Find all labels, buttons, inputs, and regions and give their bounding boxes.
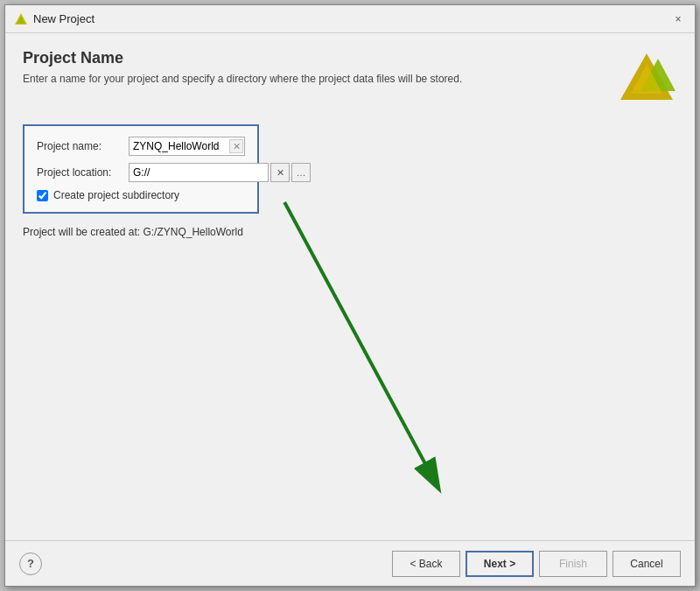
dialog-title: New Project (33, 12, 94, 25)
cancel-button[interactable]: Cancel (612, 551, 681, 577)
help-button[interactable]: ? (19, 552, 42, 575)
header-area: Project Name Enter a name for your proje… (23, 49, 677, 110)
project-name-clear-button[interactable]: ✕ (229, 139, 243, 153)
svg-line-6 (284, 202, 433, 478)
titlebar: New Project × (5, 5, 695, 33)
logo-area (616, 49, 677, 110)
create-subdirectory-checkbox[interactable] (37, 190, 48, 201)
page-title: Project Name (23, 49, 616, 67)
project-path-info: Project will be created at: G:/ZYNQ_Hell… (23, 226, 677, 238)
page-description: Enter a name for your project and specif… (23, 73, 616, 85)
location-clear-button[interactable]: ✕ (270, 163, 290, 182)
project-name-row: Project name: ✕ (37, 137, 245, 156)
project-location-row: Project location: ✕ … (37, 163, 245, 182)
footer-left: ? (19, 552, 42, 575)
main-content: Project Name Enter a name for your proje… (5, 33, 695, 540)
project-location-label: Project location: (37, 166, 129, 179)
footer-right: < Back Next > Finish Cancel (392, 551, 681, 577)
footer: ? < Back Next > Finish Cancel (5, 540, 695, 586)
form-box: Project name: ✕ Project location: ✕ … Cr… (23, 124, 259, 214)
dialog-window: New Project × Project Name Enter a name … (4, 4, 696, 587)
back-button[interactable]: < Back (392, 551, 460, 577)
project-name-input[interactable] (129, 137, 245, 156)
header-text: Project Name Enter a name for your proje… (23, 49, 616, 85)
create-subdirectory-label[interactable]: Create project subdirectory (53, 189, 179, 201)
project-location-input[interactable] (129, 163, 269, 182)
project-name-label: Project name: (37, 140, 129, 152)
project-location-input-wrapper: ✕ … (129, 163, 311, 182)
titlebar-app-icon (14, 12, 28, 26)
checkbox-row: Create project subdirectory (37, 189, 245, 201)
close-button[interactable]: × (670, 11, 686, 27)
project-path-value: G:/ZYNQ_HelloWorld (143, 226, 242, 238)
project-name-input-wrapper: ✕ (129, 137, 245, 156)
titlebar-left: New Project (14, 12, 94, 26)
project-path-prefix: Project will be created at: (23, 226, 143, 238)
finish-button: Finish (539, 551, 607, 577)
next-button[interactable]: Next > (466, 551, 534, 577)
location-browse-button[interactable]: … (291, 163, 311, 182)
app-logo (619, 52, 676, 109)
